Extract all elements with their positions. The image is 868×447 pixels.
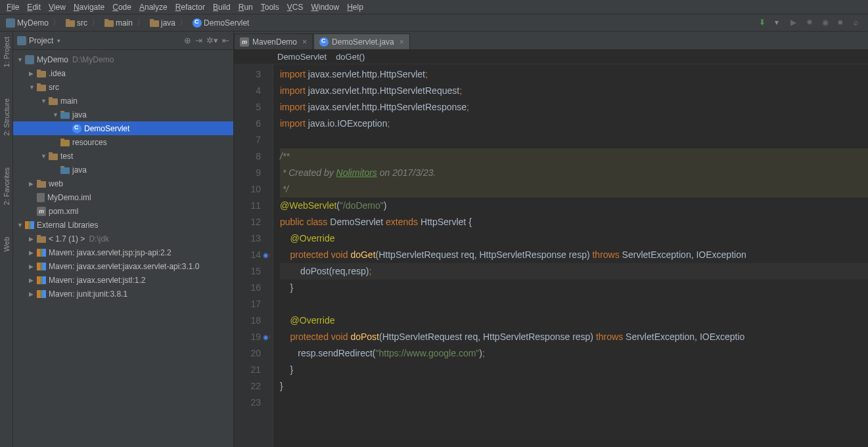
tab-demoservletjava[interactable]: DemoServlet.java× [313, 33, 410, 49]
expand-arrow-icon[interactable]: ▼ [17, 222, 25, 228]
code-line[interactable] [280, 394, 868, 411]
menu-navigate[interactable]: Navigate [70, 1, 108, 13]
menu-vcs[interactable]: VCS [283, 1, 308, 13]
expand-arrow-icon[interactable]: ▼ [41, 153, 49, 160]
expand-arrow-icon[interactable]: ▶ [29, 277, 37, 284]
menu-help[interactable]: Help [343, 1, 367, 13]
tree-node-java[interactable]: java [13, 163, 233, 177]
code-line[interactable]: import javax.servlet.http.HttpServletReq… [280, 83, 868, 99]
locate-icon[interactable]: ⊕ [184, 35, 191, 45]
coverage-icon[interactable]: ◉ [822, 18, 833, 28]
breadcrumb-java[interactable]: java〉 [148, 16, 189, 29]
source-code[interactable]: import javax.servlet.http.HttpServlet;im… [273, 64, 868, 447]
stop-icon[interactable]: ■ [838, 18, 848, 28]
tree-node-test[interactable]: ▼test [13, 149, 233, 163]
editor-crumb[interactable]: DemoServlet [277, 52, 327, 62]
menu-build[interactable]: Build [209, 1, 235, 13]
menu-tools[interactable]: Tools [257, 1, 283, 13]
debug-icon[interactable]: ✸ [806, 18, 817, 28]
tree-node-mavenjavaxservletjavaxservletapi310[interactable]: ▶Maven: javax.servlet:javax.servlet-api:… [13, 259, 233, 273]
expand-arrow-icon[interactable]: ▼ [41, 98, 49, 104]
project-title: Project [29, 36, 53, 45]
expand-arrow-icon[interactable]: ▼ [29, 84, 37, 91]
settings-icon[interactable]: ✲▾ [206, 35, 218, 45]
code-line[interactable] [280, 132, 868, 148]
code-line[interactable]: @WebServlet("/doDemo") [280, 198, 868, 214]
code-line[interactable]: @Override [280, 230, 868, 247]
close-icon[interactable]: × [400, 37, 404, 47]
tree-node-mavenjavaxservletjstl12[interactable]: ▶Maven: javax.servlet:jstl:1.2 [13, 273, 233, 287]
code-line[interactable]: import java.io.IOException; [280, 116, 868, 132]
run-icon[interactable]: ▶ [790, 18, 801, 28]
code-line[interactable]: import javax.servlet.http.HttpServletRes… [280, 99, 868, 116]
menu-code[interactable]: Code [108, 1, 135, 13]
code-editor[interactable]: 34567891011121314151617181920212223◉↑◉↑ … [234, 64, 868, 447]
tree-node-pomxml[interactable]: mpom.xml [13, 204, 233, 218]
menu-file[interactable]: File [3, 1, 23, 13]
code-line[interactable]: doPost(req,resp); [280, 263, 868, 280]
tree-node-mydemoiml[interactable]: MyDemo.iml [13, 190, 233, 204]
tool-tab-project[interactable]: 1: Project [2, 34, 11, 70]
tree-node-idea[interactable]: ▶.idea [13, 66, 233, 80]
run-config-dropdown[interactable]: ▾ [775, 18, 785, 28]
code-line[interactable]: } [280, 280, 868, 296]
code-line[interactable]: protected void doPost(HttpServletRequest… [280, 329, 868, 345]
tree-node-mavenjunitjunit381[interactable]: ▶Maven: junit:junit:3.8.1 [13, 287, 233, 301]
tab-mavendemo[interactable]: mMavenDemo× [234, 33, 313, 49]
code-line[interactable]: import javax.servlet.http.HttpServlet; [280, 66, 868, 83]
code-line[interactable]: } [280, 378, 868, 394]
tree-node-resources[interactable]: resources [13, 135, 233, 149]
override-icon[interactable]: ◉↑ [262, 247, 271, 263]
menu-run[interactable]: Run [235, 1, 257, 13]
tree-node-mydemo[interactable]: ▼MyDemoD:\MyDemo [13, 53, 233, 66]
project-view-dropdown[interactable]: ▾ [57, 37, 60, 44]
menu-analyze[interactable]: Analyze [135, 1, 171, 13]
code-line[interactable]: public class DemoServlet extends HttpSer… [280, 214, 868, 230]
breadcrumb-demoservlet[interactable]: DemoServlet [191, 18, 251, 28]
tree-node-demoservlet[interactable]: DemoServlet [13, 121, 233, 135]
breadcrumb-main[interactable]: main〉 [103, 16, 147, 29]
tree-node-java[interactable]: ▼java [13, 108, 233, 121]
collapse-icon[interactable]: ⇥ [195, 35, 202, 45]
library-icon [37, 276, 46, 284]
expand-arrow-icon[interactable]: ▶ [29, 70, 37, 77]
tree-node-web[interactable]: ▶web [13, 177, 233, 190]
code-line[interactable]: @Override [280, 312, 868, 329]
expand-arrow-icon[interactable]: ▶ [29, 249, 37, 256]
expand-arrow-icon[interactable]: ▶ [29, 236, 37, 242]
code-line[interactable]: } [280, 362, 868, 378]
tree-node-mavenjavaxservletjspjspapi22[interactable]: ▶Maven: javax.servlet.jsp:jsp-api:2.2 [13, 245, 233, 259]
menu-refactor[interactable]: Refactor [171, 1, 209, 13]
tree-node-src[interactable]: ▼src [13, 80, 233, 94]
tool-tab-favorites[interactable]: 2: Favorites [2, 165, 11, 207]
menu-view[interactable]: View [45, 1, 70, 13]
expand-arrow-icon[interactable]: ▼ [53, 112, 60, 118]
tree-node-171[interactable]: ▶< 1.7 (1) >D:\jdk [13, 232, 233, 245]
tree-node-main[interactable]: ▼main [13, 94, 233, 108]
tool-tab-structure[interactable]: 2: Structure [2, 96, 11, 138]
code-line[interactable]: protected void doGet(HttpServletRequest … [280, 247, 868, 263]
code-line[interactable]: resp.sendRedirect("https://www.google.co… [280, 345, 868, 362]
search-icon[interactable]: ⌕ [854, 18, 864, 28]
hide-icon[interactable]: ⇤ [222, 35, 229, 45]
menu-edit[interactable]: Edit [23, 1, 45, 13]
code-line[interactable]: /** [280, 148, 868, 165]
folder-icon [49, 154, 58, 160]
breadcrumb-src[interactable]: src〉 [64, 16, 101, 29]
expand-arrow-icon[interactable]: ▶ [29, 181, 37, 187]
library-icon [37, 263, 46, 270]
close-icon[interactable]: × [302, 37, 307, 47]
menu-window[interactable]: Window [307, 1, 343, 13]
breadcrumb-mydemo[interactable]: MyDemo〉 [4, 16, 62, 29]
editor-crumb[interactable]: doGet() [336, 52, 365, 62]
code-line[interactable]: * Created by Nolimitors on 2017/3/23. [280, 165, 868, 181]
build-icon[interactable]: ⬇ [759, 18, 769, 28]
tool-tab-web[interactable]: Web [2, 234, 11, 254]
tree-node-externallibraries[interactable]: ▼External Libraries [13, 218, 233, 232]
code-line[interactable]: */ [280, 181, 868, 198]
override-icon[interactable]: ◉↑ [262, 329, 271, 345]
expand-arrow-icon[interactable]: ▼ [17, 56, 25, 63]
expand-arrow-icon[interactable]: ▶ [29, 291, 37, 297]
expand-arrow-icon[interactable]: ▶ [29, 263, 37, 270]
code-line[interactable] [280, 296, 868, 312]
